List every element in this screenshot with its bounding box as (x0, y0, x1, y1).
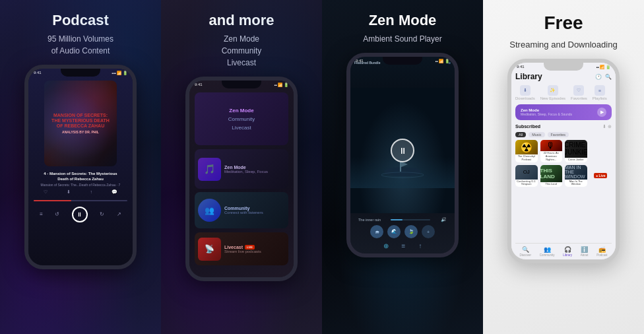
playlists-icon: ≡ (595, 85, 605, 96)
zen-banner-content: Zen Mode Meditation, Sleep, Focus & Soun… (521, 108, 572, 116)
zen-dots-row: 🌧 🌊 🍃 + (356, 225, 449, 238)
about-label: About (581, 253, 589, 257)
new-episodes-tab[interactable]: ✨ New Episodes (540, 85, 565, 100)
podcast-manwindow[interactable]: MAN IN THE WINDOW Man In The Window (565, 165, 587, 187)
play-button[interactable]: ⏸ (72, 207, 88, 222)
phone2-content: Zen Mode Community Livecast 🎵 Zen Mode M… (189, 81, 294, 277)
new-episodes-label: New Episodes (540, 96, 565, 100)
nav-podcast[interactable]: 📻 Podcast (596, 246, 607, 257)
podcast-oj[interactable]: OJ Confronting O.J. Simpson (515, 165, 538, 187)
nav-community[interactable]: 👥 Community (540, 246, 555, 257)
podcast-phone: 9:41 ▪▪▪ 📶 🔋 MANSION of SECRETS:The Myst… (24, 65, 137, 269)
zen-scene-area: ⏸ (350, 88, 455, 213)
podcast-22hours[interactable]: 🎙 22 Hours: An American Nightm... (540, 140, 563, 162)
filter-music[interactable]: Music (529, 132, 544, 137)
zen-vol-icon[interactable]: 🔊 (441, 217, 447, 222)
menu-icon[interactable]: ≡ (40, 211, 43, 217)
svg-rect-1 (400, 162, 401, 172)
chernobyl-img: ☢️ (515, 140, 538, 154)
favorites-tab[interactable]: ♡ Favorites (571, 85, 587, 100)
library-bottom-nav: 🔍 Discover 👥 Community 🎧 Library ℹ️ Abou… (515, 243, 612, 257)
status-time-2: 9:41 (195, 83, 203, 87)
phone-notch-3 (383, 57, 422, 65)
podcast-grid-2: OJ Confronting O.J. Simpson THIS LAND Th… (515, 165, 612, 187)
panel-2-title: and more (209, 12, 274, 29)
forward-icon[interactable]: ↻ (100, 211, 104, 217)
heart-icon[interactable]: ♡ (44, 189, 48, 195)
menu-widget: Zen Mode Community Livecast (195, 92, 288, 145)
nav-discover[interactable]: 🔍 Discover (519, 246, 531, 257)
download-icon[interactable]: ⬇ (67, 189, 71, 195)
panel-3-title: Zen Mode (369, 12, 437, 29)
speed-icon[interactable]: ↗ (117, 211, 121, 217)
playlists-tab[interactable]: ≡ Playlists (593, 85, 607, 100)
zen-mode-panel: Zen Mode Ambient Sound Player 9:41 ▪▪ 📶 … (322, 0, 483, 334)
manwindow-img: MAN IN THE WINDOW (565, 165, 587, 180)
zen-dot-1[interactable]: 🌧 (370, 225, 383, 238)
live-badge-2: ● Live (594, 173, 607, 178)
about-icon: ℹ️ (581, 246, 588, 253)
status-icons-3: ▪▪ 📶 🔋 (435, 59, 449, 63)
live-indicator: ● Live (590, 165, 612, 187)
zen-nav-icon-3[interactable]: ↑ (418, 242, 422, 250)
zen-banner[interactable]: Zen Mode Meditation, Sleep, Focus & Soun… (515, 104, 612, 120)
livecast-text: Livecast LIVE Stream live podcasts (224, 245, 285, 253)
free-panel: Free Streaming and Downloading 9:41 ▪▪ 📶… (483, 0, 644, 334)
phone-notch-4 (544, 63, 583, 71)
search-icon[interactable]: 🔍 (605, 74, 612, 80)
zen-nav-icon-1[interactable]: ⊕ (383, 242, 389, 250)
zen-icon-widget: 🎵 (198, 158, 221, 181)
community-widget: 👥 Community Connect with listeners (195, 192, 288, 228)
library-phone: 9:41 ▪▪ 📶 🔋 Library 🕐 🔍 ⬇ Downloads ✨ Ne… (507, 59, 620, 263)
phone1-content: MANSION of SECRETS:The Mysterious Deatho… (28, 69, 133, 265)
zen-dot-2[interactable]: 🌊 (387, 225, 401, 238)
track-sub: Mansion of Secrets: The...Death of Rebec… (41, 183, 121, 187)
album-title: MANSION of SECRETS:The Mysterious Deatho… (49, 113, 112, 135)
zen-nav-icon-2[interactable]: ≡ (402, 242, 406, 250)
zen-dot-3[interactable]: 🍃 (404, 225, 418, 238)
nav-library[interactable]: 🎧 Library (563, 246, 572, 257)
favorites-label: Favorites (571, 96, 587, 100)
panel-1-title: Podcast (52, 12, 109, 29)
zen-progress (391, 219, 430, 220)
thumbnail-row (395, 67, 410, 88)
player-controls: ≡ ↺ ⏸ ↻ ↗ (34, 207, 127, 222)
nav-about[interactable]: ℹ️ About (581, 246, 589, 257)
crime-img: CRIME JUNKIE (565, 140, 587, 158)
thisland-name: This Land (540, 182, 563, 187)
and-more-phone: 9:41 ▪▪ 📶 🔋 Zen Mode Community Livecast … (185, 77, 298, 281)
livecast-sub: Stream live podcasts (224, 250, 285, 253)
panel-4-subtitle: Streaming and Downloading (509, 38, 617, 51)
rewind-icon[interactable]: ↺ (55, 211, 59, 217)
zen-settings-dot[interactable]: + (422, 225, 435, 238)
clock-icon[interactable]: 🕐 (595, 74, 602, 80)
filter-favorites[interactable]: Favorites (548, 132, 569, 137)
chat-icon[interactable]: 💬 (112, 189, 117, 195)
zen-phone: 9:41 ▪▪ 📶 🔋 Featured Bundle ⊕ (346, 53, 459, 257)
phone-notch-2 (222, 81, 261, 88)
podcast-icon: 📻 (598, 246, 606, 253)
podcast-chernobyl[interactable]: ☢️ The Chernobyl Podcast (515, 140, 538, 162)
community-menu-item: Community (228, 116, 255, 122)
playlists-label: Playlists (593, 96, 607, 100)
progress-bar[interactable] (34, 200, 127, 201)
livecast-menu-item: Livecast (232, 125, 251, 131)
22hours-name: 22 Hours: An American Nightm... (540, 151, 563, 162)
track-title: 4 - Mansion of Secrets: The MysteriousDe… (41, 172, 121, 182)
status-icons-4: ▪▪ 📶 🔋 (596, 65, 610, 69)
podcast-thisland[interactable]: THIS LAND This Land (540, 165, 563, 187)
livecast-widget: 📡 Livecast LIVE Stream live podcasts (195, 232, 288, 265)
live-badge: LIVE (245, 245, 255, 250)
status-icons: ▪▪▪ 📶 🔋 (112, 71, 127, 75)
downloads-tab[interactable]: ⬇ Downloads (515, 85, 535, 100)
svg-point-0 (384, 167, 421, 176)
library-header-icons: 🕐 🔍 (595, 74, 612, 80)
phone3-content: Featured Bundle ⊕ ⏸ (350, 57, 455, 253)
zen-progress-fill (391, 219, 402, 220)
share-icon[interactable]: ↑ (90, 189, 92, 194)
filter-all[interactable]: All (515, 132, 526, 137)
status-icons-2: ▪▪ 📶 🔋 (274, 83, 288, 87)
downloads-tab-label: Downloads (515, 96, 535, 100)
podcast-crimejunkie[interactable]: CRIME JUNKIE Crime Junkie (565, 140, 587, 162)
zen-banner-play[interactable]: ▶ (597, 108, 606, 117)
